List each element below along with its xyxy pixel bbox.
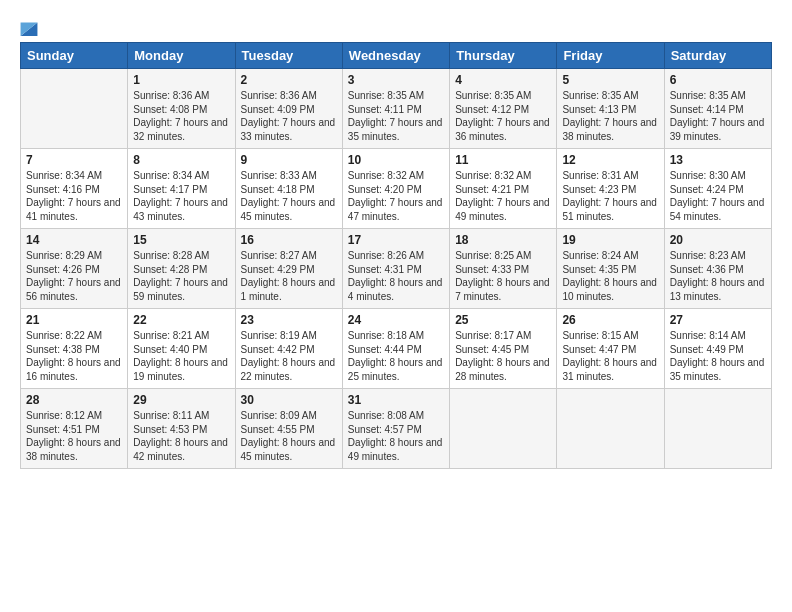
logo-icon xyxy=(20,14,38,36)
calendar-week-0: 1Sunrise: 8:36 AMSunset: 4:08 PMDaylight… xyxy=(21,69,772,149)
calendar-cell: 24Sunrise: 8:18 AMSunset: 4:44 PMDayligh… xyxy=(342,309,449,389)
calendar-cell: 4Sunrise: 8:35 AMSunset: 4:12 PMDaylight… xyxy=(450,69,557,149)
day-info: Sunrise: 8:31 AMSunset: 4:23 PMDaylight:… xyxy=(562,169,658,223)
day-info: Sunrise: 8:25 AMSunset: 4:33 PMDaylight:… xyxy=(455,249,551,303)
calendar-table: SundayMondayTuesdayWednesdayThursdayFrid… xyxy=(20,42,772,469)
header-sunday: Sunday xyxy=(21,43,128,69)
day-number: 6 xyxy=(670,73,766,87)
day-number: 12 xyxy=(562,153,658,167)
calendar-cell: 16Sunrise: 8:27 AMSunset: 4:29 PMDayligh… xyxy=(235,229,342,309)
day-number: 3 xyxy=(348,73,444,87)
calendar-cell xyxy=(450,389,557,469)
logo xyxy=(20,16,41,36)
day-info: Sunrise: 8:15 AMSunset: 4:47 PMDaylight:… xyxy=(562,329,658,383)
day-info: Sunrise: 8:29 AMSunset: 4:26 PMDaylight:… xyxy=(26,249,122,303)
day-number: 17 xyxy=(348,233,444,247)
calendar-header-row: SundayMondayTuesdayWednesdayThursdayFrid… xyxy=(21,43,772,69)
page: SundayMondayTuesdayWednesdayThursdayFrid… xyxy=(0,0,792,612)
calendar-cell: 29Sunrise: 8:11 AMSunset: 4:53 PMDayligh… xyxy=(128,389,235,469)
day-info: Sunrise: 8:18 AMSunset: 4:44 PMDaylight:… xyxy=(348,329,444,383)
header-friday: Friday xyxy=(557,43,664,69)
calendar-cell xyxy=(21,69,128,149)
calendar-cell: 8Sunrise: 8:34 AMSunset: 4:17 PMDaylight… xyxy=(128,149,235,229)
calendar-cell xyxy=(557,389,664,469)
calendar-cell: 31Sunrise: 8:08 AMSunset: 4:57 PMDayligh… xyxy=(342,389,449,469)
day-info: Sunrise: 8:36 AMSunset: 4:08 PMDaylight:… xyxy=(133,89,229,143)
day-info: Sunrise: 8:27 AMSunset: 4:29 PMDaylight:… xyxy=(241,249,337,303)
calendar-cell: 11Sunrise: 8:32 AMSunset: 4:21 PMDayligh… xyxy=(450,149,557,229)
day-info: Sunrise: 8:24 AMSunset: 4:35 PMDaylight:… xyxy=(562,249,658,303)
calendar-cell: 21Sunrise: 8:22 AMSunset: 4:38 PMDayligh… xyxy=(21,309,128,389)
day-info: Sunrise: 8:26 AMSunset: 4:31 PMDaylight:… xyxy=(348,249,444,303)
calendar-cell xyxy=(664,389,771,469)
day-number: 14 xyxy=(26,233,122,247)
day-info: Sunrise: 8:23 AMSunset: 4:36 PMDaylight:… xyxy=(670,249,766,303)
day-info: Sunrise: 8:17 AMSunset: 4:45 PMDaylight:… xyxy=(455,329,551,383)
day-info: Sunrise: 8:09 AMSunset: 4:55 PMDaylight:… xyxy=(241,409,337,463)
day-info: Sunrise: 8:11 AMSunset: 4:53 PMDaylight:… xyxy=(133,409,229,463)
calendar-cell: 15Sunrise: 8:28 AMSunset: 4:28 PMDayligh… xyxy=(128,229,235,309)
day-number: 19 xyxy=(562,233,658,247)
day-number: 21 xyxy=(26,313,122,327)
day-info: Sunrise: 8:34 AMSunset: 4:16 PMDaylight:… xyxy=(26,169,122,223)
calendar-cell: 26Sunrise: 8:15 AMSunset: 4:47 PMDayligh… xyxy=(557,309,664,389)
day-info: Sunrise: 8:33 AMSunset: 4:18 PMDaylight:… xyxy=(241,169,337,223)
day-number: 30 xyxy=(241,393,337,407)
calendar-week-4: 28Sunrise: 8:12 AMSunset: 4:51 PMDayligh… xyxy=(21,389,772,469)
day-number: 29 xyxy=(133,393,229,407)
day-number: 10 xyxy=(348,153,444,167)
calendar-cell: 2Sunrise: 8:36 AMSunset: 4:09 PMDaylight… xyxy=(235,69,342,149)
day-number: 11 xyxy=(455,153,551,167)
calendar-cell: 17Sunrise: 8:26 AMSunset: 4:31 PMDayligh… xyxy=(342,229,449,309)
calendar-cell: 28Sunrise: 8:12 AMSunset: 4:51 PMDayligh… xyxy=(21,389,128,469)
day-number: 23 xyxy=(241,313,337,327)
calendar-cell: 5Sunrise: 8:35 AMSunset: 4:13 PMDaylight… xyxy=(557,69,664,149)
calendar-cell: 1Sunrise: 8:36 AMSunset: 4:08 PMDaylight… xyxy=(128,69,235,149)
calendar-cell: 27Sunrise: 8:14 AMSunset: 4:49 PMDayligh… xyxy=(664,309,771,389)
day-info: Sunrise: 8:30 AMSunset: 4:24 PMDaylight:… xyxy=(670,169,766,223)
day-number: 15 xyxy=(133,233,229,247)
calendar-cell: 19Sunrise: 8:24 AMSunset: 4:35 PMDayligh… xyxy=(557,229,664,309)
header-saturday: Saturday xyxy=(664,43,771,69)
day-number: 27 xyxy=(670,313,766,327)
calendar-cell: 20Sunrise: 8:23 AMSunset: 4:36 PMDayligh… xyxy=(664,229,771,309)
day-info: Sunrise: 8:35 AMSunset: 4:12 PMDaylight:… xyxy=(455,89,551,143)
day-number: 1 xyxy=(133,73,229,87)
calendar-cell: 7Sunrise: 8:34 AMSunset: 4:16 PMDaylight… xyxy=(21,149,128,229)
day-number: 7 xyxy=(26,153,122,167)
day-number: 13 xyxy=(670,153,766,167)
day-info: Sunrise: 8:32 AMSunset: 4:21 PMDaylight:… xyxy=(455,169,551,223)
day-info: Sunrise: 8:35 AMSunset: 4:13 PMDaylight:… xyxy=(562,89,658,143)
day-number: 9 xyxy=(241,153,337,167)
day-number: 20 xyxy=(670,233,766,247)
day-info: Sunrise: 8:35 AMSunset: 4:14 PMDaylight:… xyxy=(670,89,766,143)
calendar-week-1: 7Sunrise: 8:34 AMSunset: 4:16 PMDaylight… xyxy=(21,149,772,229)
day-info: Sunrise: 8:22 AMSunset: 4:38 PMDaylight:… xyxy=(26,329,122,383)
calendar-cell: 13Sunrise: 8:30 AMSunset: 4:24 PMDayligh… xyxy=(664,149,771,229)
day-number: 18 xyxy=(455,233,551,247)
day-info: Sunrise: 8:32 AMSunset: 4:20 PMDaylight:… xyxy=(348,169,444,223)
day-number: 16 xyxy=(241,233,337,247)
day-number: 8 xyxy=(133,153,229,167)
day-number: 22 xyxy=(133,313,229,327)
header xyxy=(20,10,772,36)
calendar-cell: 3Sunrise: 8:35 AMSunset: 4:11 PMDaylight… xyxy=(342,69,449,149)
calendar-cell: 14Sunrise: 8:29 AMSunset: 4:26 PMDayligh… xyxy=(21,229,128,309)
calendar-cell: 18Sunrise: 8:25 AMSunset: 4:33 PMDayligh… xyxy=(450,229,557,309)
calendar-cell: 6Sunrise: 8:35 AMSunset: 4:14 PMDaylight… xyxy=(664,69,771,149)
day-info: Sunrise: 8:36 AMSunset: 4:09 PMDaylight:… xyxy=(241,89,337,143)
calendar-cell: 25Sunrise: 8:17 AMSunset: 4:45 PMDayligh… xyxy=(450,309,557,389)
header-tuesday: Tuesday xyxy=(235,43,342,69)
day-number: 2 xyxy=(241,73,337,87)
day-number: 4 xyxy=(455,73,551,87)
day-number: 5 xyxy=(562,73,658,87)
day-number: 26 xyxy=(562,313,658,327)
calendar-cell: 22Sunrise: 8:21 AMSunset: 4:40 PMDayligh… xyxy=(128,309,235,389)
calendar-cell: 23Sunrise: 8:19 AMSunset: 4:42 PMDayligh… xyxy=(235,309,342,389)
header-thursday: Thursday xyxy=(450,43,557,69)
header-wednesday: Wednesday xyxy=(342,43,449,69)
day-number: 28 xyxy=(26,393,122,407)
header-monday: Monday xyxy=(128,43,235,69)
calendar-cell: 30Sunrise: 8:09 AMSunset: 4:55 PMDayligh… xyxy=(235,389,342,469)
calendar-week-3: 21Sunrise: 8:22 AMSunset: 4:38 PMDayligh… xyxy=(21,309,772,389)
